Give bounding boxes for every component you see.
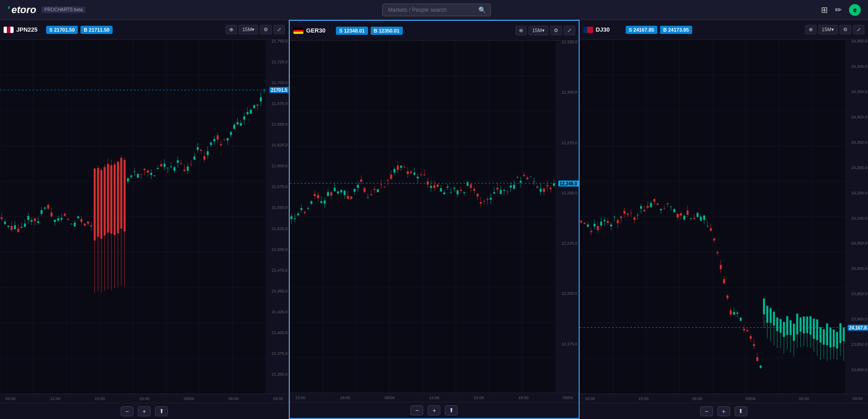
buy-button-jpn225[interactable]: B 21711.50 (80, 26, 113, 34)
chart-footer-dj30: − + ⬆ (580, 403, 868, 419)
sell-button-ger30[interactable]: S 12348.01 (336, 27, 368, 35)
expand-button-ger30[interactable]: ⤢ (564, 26, 575, 35)
chart-body-dj30[interactable]: 24,167.8 (580, 40, 868, 394)
header-actions-jpn225: ⊕ 15M▾ ⚙ ⤢ (226, 25, 285, 34)
nav-right: ⊞ ✏ e (821, 4, 861, 16)
top-navigation: ' etoro PROCHARTS beta 🔍 ⊞ ✏ e (0, 0, 868, 20)
search-bar: 🔍 (382, 4, 486, 16)
chart-header-ger30: GER30 S 12348.01 B 12350.01 ⊕ 15M▾ ⚙ ⤢ (290, 21, 578, 41)
header-actions-dj30: ⊕ 15M▾ ⚙ ⤢ (805, 25, 864, 34)
expand-button-dj30[interactable]: ⤢ (853, 25, 864, 34)
sell-button-dj30[interactable]: S 24167.85 (626, 26, 657, 34)
xaxis-ger30: 15:00 18:00 06/04 12:00 15:00 18:00 09/0… (290, 393, 578, 402)
xaxis-labels-jpn225: 09:00 12:00 15:00 18:00 09/04 06:00 09:0… (2, 396, 287, 401)
crosshair-button-dj30[interactable]: ⊕ (805, 25, 816, 34)
zoom-out-button-ger30[interactable]: − (410, 405, 423, 415)
xaxis-labels-dj30: 12:00 15:00 18:00 09/04 06:00 09:00 (581, 396, 866, 401)
nav-left: ' etoro PROCHARTS beta (7, 4, 85, 16)
chart-title-jpn225: JPN225 (16, 26, 43, 33)
sell-button-jpn225[interactable]: S 21701.50 (46, 26, 78, 34)
pencil-icon[interactable]: ✏ (835, 5, 842, 15)
crosshair-button-ger30[interactable]: ⊕ (515, 26, 527, 35)
chart-header-dj30: DJ30 S 24167.85 B 24173.85 ⊕ 15M▾ ⚙ ⤢ (580, 20, 868, 40)
xaxis-jpn225: 09:00 12:00 15:00 18:00 09/04 06:00 09:0… (0, 394, 288, 403)
buy-button-ger30[interactable]: B 12350.01 (371, 27, 403, 35)
charts-container: JPN225 S 21701.50 B 21711.50 ⊕ 15M▾ ⚙ ⤢ … (0, 20, 868, 419)
buy-button-dj30[interactable]: B 24173.85 (660, 26, 692, 34)
chart-panel-jpn225: JPN225 S 21701.50 B 21711.50 ⊕ 15M▾ ⚙ ⤢ … (0, 20, 289, 419)
zoom-out-button-jpn225[interactable]: − (121, 406, 133, 416)
grid-layout-icon[interactable]: ⊞ (821, 5, 828, 15)
chart-title-ger30: GER30 (306, 27, 333, 34)
chart-body-jpn225[interactable]: 21701.5 (0, 40, 288, 394)
flag-us (583, 27, 593, 33)
search-input[interactable] (382, 4, 491, 16)
candlestick-canvas-dj30 (580, 40, 868, 394)
timeframe-button-dj30[interactable]: 15M▾ (818, 25, 838, 34)
settings-button-ger30[interactable]: ⚙ (550, 26, 562, 35)
xaxis-labels-ger30: 15:00 18:00 06/04 12:00 15:00 18:00 09/0… (292, 395, 576, 400)
flag-de (293, 28, 303, 34)
share-button-jpn225[interactable]: ⬆ (155, 406, 168, 416)
chart-body-ger30[interactable]: 12,348.0 (290, 41, 578, 393)
chart-footer-ger30: − + ⬆ (290, 402, 578, 418)
expand-button-jpn225[interactable]: ⤢ (274, 25, 285, 34)
candlestick-canvas-jpn225 (0, 40, 288, 394)
chart-footer-jpn225: − + ⬆ (0, 403, 288, 419)
share-button-dj30[interactable]: ⬆ (735, 406, 747, 416)
procharts-badge: PROCHARTS beta (42, 6, 85, 13)
etoro-circle-icon[interactable]: e (849, 4, 861, 16)
settings-button-jpn225[interactable]: ⚙ (260, 25, 272, 34)
logo-mark: ' (7, 4, 9, 16)
flag-jp (4, 27, 14, 33)
logo[interactable]: ' etoro (7, 4, 36, 16)
zoom-in-button-ger30[interactable]: + (428, 405, 440, 415)
settings-button-dj30[interactable]: ⚙ (840, 25, 851, 34)
logo-name: etoro (11, 4, 36, 16)
search-icon: 🔍 (478, 6, 486, 14)
header-actions-ger30: ⊕ 15M▾ ⚙ ⤢ (515, 26, 575, 35)
zoom-in-button-jpn225[interactable]: + (138, 406, 151, 416)
timeframe-button-ger30[interactable]: 15M▾ (528, 26, 548, 35)
zoom-in-button-dj30[interactable]: + (717, 406, 730, 416)
zoom-out-button-dj30[interactable]: − (700, 406, 713, 416)
chart-title-dj30: DJ30 (596, 26, 623, 33)
timeframe-button-jpn225[interactable]: 15M▾ (239, 25, 258, 34)
chart-header-jpn225: JPN225 S 21701.50 B 21711.50 ⊕ 15M▾ ⚙ ⤢ (0, 20, 288, 40)
chart-panel-dj30: DJ30 S 24167.85 B 24173.85 ⊕ 15M▾ ⚙ ⤢ 24… (580, 20, 868, 419)
candlestick-canvas-ger30 (290, 41, 578, 393)
crosshair-button-jpn225[interactable]: ⊕ (226, 25, 237, 34)
chart-panel-ger30: GER30 S 12348.01 B 12350.01 ⊕ 15M▾ ⚙ ⤢ 1… (289, 20, 579, 419)
share-button-ger30[interactable]: ⬆ (445, 405, 458, 415)
xaxis-dj30: 12:00 15:00 18:00 09/04 06:00 09:00 (580, 394, 868, 403)
